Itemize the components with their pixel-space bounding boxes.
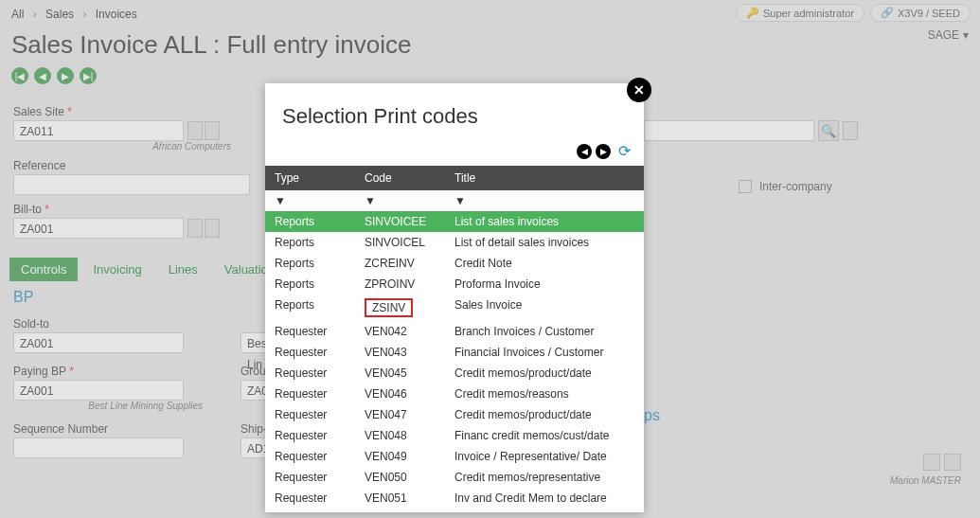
filter-icon[interactable]: ▼ (445, 190, 644, 211)
print-codes-modal: ✕ Selection Print codes ◀ ▶ ⟳ Type Code … (265, 83, 644, 512)
table-row[interactable]: RequesterVEN049Invoice / Representative/… (265, 446, 644, 467)
env-pill[interactable]: 🔗 X3V9 / SEED (870, 4, 971, 22)
sales-site-input[interactable]: ZA011 (13, 120, 184, 141)
tab-invoicing[interactable]: Invoicing (81, 258, 152, 281)
cell-code: VEN042 (355, 321, 445, 342)
cell-type: Requester (265, 404, 355, 425)
admin-pill[interactable]: 🔑 Super administrator (736, 4, 864, 22)
cell-code: VEN045 (355, 363, 445, 384)
table-row[interactable]: ReportsZSINVSales Invoice (265, 295, 644, 321)
cell-type: Requester (265, 363, 355, 384)
modal-title: Selection Print codes (265, 83, 644, 142)
cell-title: Sales Invoice (445, 295, 644, 321)
marion-label: Marion MASTER (890, 475, 961, 486)
table-row[interactable]: RequesterVEN047Credit memos/product/date (265, 404, 644, 425)
close-icon[interactable]: ✕ (627, 78, 651, 102)
crumb-invoices[interactable]: Invoices (96, 8, 137, 21)
cell-title: Inv and Credit Mem to declare (445, 488, 644, 509)
chevron-down-icon: ▾ (963, 28, 969, 42)
search-icon[interactable]: 🔍 (818, 120, 839, 141)
reference-input[interactable] (13, 174, 250, 195)
col-type[interactable]: Type (265, 166, 355, 190)
cell-type: Requester (265, 342, 355, 363)
table-row[interactable]: RequesterVEN045Credit memos/product/date (265, 363, 644, 384)
table-row[interactable]: RequesterVEN050Credit memos/representati… (265, 467, 644, 488)
chevron-right-icon: › (82, 8, 86, 21)
first-record-button[interactable]: |◀ (11, 67, 28, 84)
sold-to-input[interactable]: ZA001 (13, 332, 184, 353)
table-row[interactable]: RequesterVEN042Branch Invoices / Custome… (265, 321, 644, 342)
cell-code: ZSINV (355, 295, 445, 321)
table-row[interactable]: RequesterVEN048Financ credit memos/cust/… (265, 425, 644, 446)
modal-filter-row: ▼ ▼ ▼ (265, 190, 644, 211)
search-input[interactable] (644, 120, 814, 141)
prev-page-icon[interactable]: ◀ (577, 144, 592, 159)
refresh-icon[interactable]: ⟳ (618, 142, 631, 160)
inter-company-label: Inter-company (759, 180, 832, 193)
table-row[interactable]: ReportsZCREINVCredit Note (265, 253, 644, 274)
crumb-sales[interactable]: Sales (45, 8, 74, 21)
cell-type: Reports (265, 211, 355, 232)
cell-title: Credit memos/product/date (445, 404, 644, 425)
paying-bp-hint: Best Line Mininng Supplies (13, 401, 203, 411)
search-action-icon[interactable] (843, 121, 858, 140)
cell-code: VEN048 (355, 425, 445, 446)
cell-title: Financial Invoices / Customer (445, 342, 644, 363)
inter-company-checkbox[interactable] (739, 180, 752, 193)
cell-type: Reports (265, 274, 355, 295)
paying-bp-input[interactable]: ZA001 (13, 380, 184, 401)
modal-rows: ReportsSINVOICEEList of sales invoicesRe… (265, 211, 644, 509)
cell-title: List of sales invoices (445, 211, 644, 232)
sage-menu[interactable]: SAGE ▾ (928, 28, 969, 42)
filter-icon[interactable]: ▼ (355, 190, 445, 211)
cell-code: VEN043 (355, 342, 445, 363)
prev-record-button[interactable]: ◀ (34, 67, 51, 84)
modal-header-row: Type Code Title (265, 166, 644, 190)
lookup-icon[interactable] (187, 121, 203, 140)
cell-type: Reports (265, 232, 355, 253)
cell-title: Credit memos/representative (445, 467, 644, 488)
paying-bp-label: Paying BP (13, 365, 222, 378)
cell-title: Credit memos/product/date (445, 363, 644, 384)
cell-code: VEN049 (355, 446, 445, 467)
action-icon[interactable] (944, 454, 961, 471)
lookup-icon[interactable] (923, 454, 940, 471)
crumb-all[interactable]: All (11, 8, 24, 21)
table-row[interactable]: ReportsSINVOICEEList of sales invoices (265, 211, 644, 232)
tab-lines[interactable]: Lines (157, 258, 209, 281)
cell-title: Credit memos/reasons (445, 384, 644, 404)
top-right: 🔑 Super administrator 🔗 X3V9 / SEED (736, 4, 971, 22)
next-record-button[interactable]: ▶ (57, 67, 74, 84)
cell-title: List of detail sales invoices (445, 232, 644, 253)
table-row[interactable]: ReportsSINVOICELList of detail sales inv… (265, 232, 644, 253)
table-row[interactable]: RequesterVEN043Financial Invoices / Cust… (265, 342, 644, 363)
cell-title: Invoice / Representative/ Date (445, 446, 644, 467)
cell-title: Credit Note (445, 253, 644, 274)
cell-title: Financ credit memos/cust/date (445, 425, 644, 446)
lookup-icon[interactable] (187, 219, 203, 238)
cell-type: Requester (265, 384, 355, 404)
col-code[interactable]: Code (355, 166, 445, 190)
tab-controls[interactable]: Controls (9, 258, 78, 281)
seq-input[interactable] (13, 438, 184, 458)
table-row[interactable]: RequesterVEN051Inv and Credit Mem to dec… (265, 488, 644, 509)
cell-type: Requester (265, 425, 355, 446)
bottom-right-actions (923, 454, 961, 471)
table-row[interactable]: ReportsZPROINVProforma Invoice (265, 274, 644, 295)
cell-type: Requester (265, 321, 355, 342)
env-label: X3V9 / SEED (898, 8, 960, 19)
action-icon[interactable] (205, 219, 220, 238)
col-title[interactable]: Title (445, 166, 644, 190)
search-area: 🔍 (644, 118, 858, 141)
admin-label: Super administrator (763, 8, 854, 19)
last-record-button[interactable]: ▶| (80, 67, 97, 84)
cell-type: Reports (265, 295, 355, 321)
key-icon: 🔑 (746, 7, 759, 19)
action-icon[interactable] (205, 121, 220, 140)
table-row[interactable]: RequesterVEN046Credit memos/reasons (265, 384, 644, 404)
sales-site-hint: African Computers (13, 141, 231, 152)
next-page-icon[interactable]: ▶ (596, 144, 611, 159)
sage-label: SAGE (928, 28, 959, 42)
bill-to-input[interactable]: ZA001 (13, 218, 184, 239)
filter-icon[interactable]: ▼ (265, 190, 355, 211)
